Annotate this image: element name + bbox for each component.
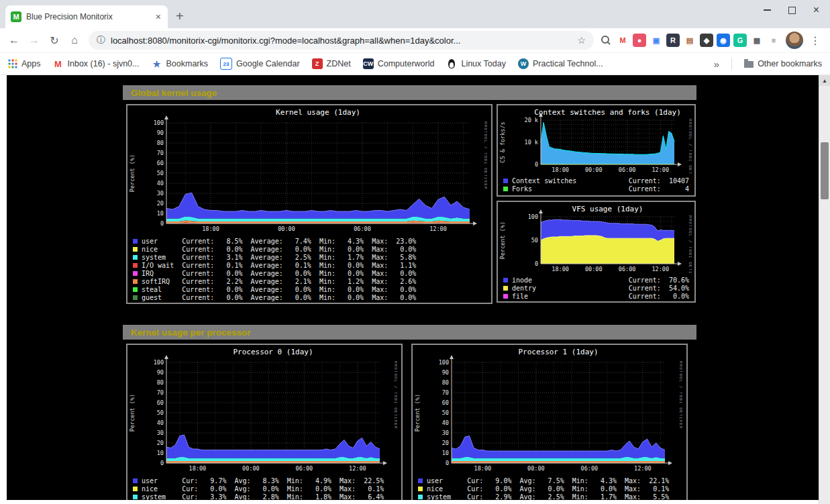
close-icon[interactable]: × xyxy=(813,5,819,15)
svg-text:50: 50 xyxy=(442,409,449,416)
svg-text:100: 100 xyxy=(528,213,538,220)
svg-text:0: 0 xyxy=(446,460,449,466)
svg-text:80: 80 xyxy=(157,379,164,386)
legend-row-inode: inodeCurrent: 70.6% xyxy=(503,276,689,284)
dentry-swatch-icon xyxy=(503,286,508,291)
svg-text:20: 20 xyxy=(157,200,164,207)
svg-text:20: 20 xyxy=(442,440,449,446)
home-icon[interactable]: ⌂ xyxy=(66,34,83,46)
legend-row-guest: guest Current: 0.0% Average: 0.0% Min: 0… xyxy=(133,293,486,301)
legend-text: system Current: 3.1% Average: 2.5% Min: … xyxy=(142,254,416,261)
share-extension-icon[interactable]: ● xyxy=(633,34,646,47)
other-bookmarks[interactable]: Other bookmarks xyxy=(744,59,822,68)
profile-avatar[interactable] xyxy=(786,32,803,49)
tab-close-icon[interactable]: × xyxy=(154,12,162,21)
back-icon[interactable]: ← xyxy=(5,34,23,46)
scrollbar-thumb[interactable] xyxy=(821,142,829,199)
gmail-extension-icon[interactable]: M xyxy=(616,34,629,47)
site-info-icon[interactable]: ⓘ xyxy=(97,34,105,46)
legend-text: Forks xyxy=(512,185,532,193)
maximize-icon[interactable] xyxy=(788,7,796,14)
legend-text: IRQ Current: 0.0% Average: 0.0% Min: 0.0… xyxy=(142,270,416,277)
stack-extension-icon[interactable]: ▤ xyxy=(683,34,696,47)
svg-text:Context switches and forks (1d: Context switches and forks (1day) xyxy=(534,108,681,117)
bookmark-item[interactable]: CWComputerworld xyxy=(363,58,435,69)
chart-legend: Context switchesCurrent: 10407ForksCurre… xyxy=(499,175,693,193)
legend-text: file xyxy=(512,293,528,300)
vfs-usage-chart[interactable]: 18:0000:0006:0012:00050100VFS usage (1da… xyxy=(499,203,693,300)
legend-text: user Cur: 9.7% Avg: 8.3% Min: 4.9% Max: … xyxy=(142,477,384,485)
browser-menu-icon[interactable]: ⋮ xyxy=(806,34,825,47)
bookmarks-overflow-icon[interactable]: » xyxy=(714,58,719,70)
dark-app-extension-icon[interactable]: R xyxy=(666,34,680,47)
processor-1-panel: 18:0000:0006:0012:0001020304050607080901… xyxy=(411,344,688,500)
context-switches-swatch-icon xyxy=(503,179,508,183)
bookmark-star-icon[interactable]: ☆ xyxy=(577,35,586,46)
pages-extension-icon[interactable]: ▣ xyxy=(650,34,663,47)
bookmark-item[interactable]: Linux Today xyxy=(446,59,506,68)
tab-list-extension-icon[interactable]: ≡ xyxy=(767,34,780,47)
search-extension-icon[interactable] xyxy=(599,34,613,47)
legend-text: dentry xyxy=(512,285,536,292)
kernel-usage-chart[interactable]: 18:0000:0006:0012:0001020304050607080901… xyxy=(129,107,490,301)
legend-text: softIRQ Current: 2.2% Average: 2.1% Min:… xyxy=(142,278,416,285)
url-bar[interactable]: ⓘ localhost:8080/monitorix-cgi/monitorix… xyxy=(89,31,594,50)
system-swatch-icon xyxy=(133,495,138,499)
new-tab-button[interactable]: + xyxy=(176,9,184,23)
camera-extension-icon[interactable]: ◉ xyxy=(717,34,730,47)
system-swatch-icon xyxy=(418,495,423,499)
bookmark-item[interactable]: MInbox (16) - sjvn0... xyxy=(53,58,140,69)
svg-text:20 k: 20 k xyxy=(525,117,538,123)
reload-icon[interactable]: ↻ xyxy=(46,34,63,47)
apps-shortcut[interactable]: Apps xyxy=(8,59,41,68)
svg-text:Processor 1 (1day): Processor 1 (1day) xyxy=(518,348,598,356)
svg-text:50: 50 xyxy=(157,409,164,416)
svg-text:10: 10 xyxy=(442,450,449,456)
chart-legend: user Cur: 9.0% Avg: 7.5% Min: 4.3% Max: … xyxy=(414,475,685,500)
apps-label: Apps xyxy=(21,59,41,68)
section-header: Kernel usage per processor xyxy=(123,325,696,340)
section-title: Global kernel usage xyxy=(131,88,217,98)
legend-row-irq: IRQ Current: 0.0% Average: 0.0% Min: 0.0… xyxy=(133,269,486,277)
svg-text:00:00: 00:00 xyxy=(242,465,260,472)
softirq-swatch-icon xyxy=(133,279,138,284)
minimize-icon[interactable] xyxy=(764,9,771,11)
bookmark-label: Bookmarks xyxy=(166,59,209,68)
legend-text: inode xyxy=(512,276,532,284)
processor-1-chart[interactable]: 18:0000:0006:0012:0001020304050607080901… xyxy=(414,346,685,500)
svg-text:50: 50 xyxy=(157,170,164,177)
svg-text:40: 40 xyxy=(157,180,164,187)
bookmark-item[interactable]: ZZDNet xyxy=(312,58,351,69)
extensions-puzzle-icon[interactable]: ▦ xyxy=(750,34,764,47)
grammarly-extension-icon[interactable]: G xyxy=(733,34,747,47)
browser-tab[interactable]: M Blue Precision Monitorix × xyxy=(5,5,168,28)
bookmark-label: Google Calendar xyxy=(236,59,300,68)
legend-row-user: user Cur: 9.0% Avg: 7.5% Min: 4.3% Max: … xyxy=(418,476,681,485)
context-switches-chart[interactable]: 18:0000:0006:0012:00010 k20 kContext swi… xyxy=(499,107,693,193)
forward-icon[interactable]: → xyxy=(25,34,43,46)
page-scrollbar[interactable]: ▲ xyxy=(819,75,830,504)
file-swatch-icon xyxy=(503,294,508,299)
processor-0-chart[interactable]: 18:0000:0006:0012:0001020304050607080901… xyxy=(129,346,400,500)
svg-text:12:00: 12:00 xyxy=(349,465,366,472)
extension-icons: M●▣R▤◆◉G▦≡ xyxy=(599,34,780,47)
url-text[interactable]: localhost:8080/monitorix-cgi/monitorix.c… xyxy=(111,36,572,46)
legend-row-i-o-wait: I/O wait Current: 0.1% Average: 0.1% Min… xyxy=(133,261,486,269)
svg-text:Percent (%): Percent (%) xyxy=(129,154,136,192)
svg-text:Percent (%): Percent (%) xyxy=(414,394,421,432)
bookmark-item[interactable]: ★Bookmarks xyxy=(152,58,209,69)
legend-row-dentry: dentryCurrent: 54.0% xyxy=(503,284,689,292)
svg-text:40: 40 xyxy=(442,419,449,426)
browser-window: M Blue Precision Monitorix × + × ← → ↻ ⌂… xyxy=(0,0,830,504)
svg-text:0: 0 xyxy=(160,460,164,466)
svg-text:RRDTOOL / TOBI OETIKER: RRDTOOL / TOBI OETIKER xyxy=(679,361,682,429)
scroll-up-icon[interactable]: ▲ xyxy=(819,75,830,86)
zdnet-icon: Z xyxy=(312,58,323,69)
svg-text:70: 70 xyxy=(157,389,164,396)
i-o-wait-swatch-icon xyxy=(133,263,138,268)
bookmark-label: Linux Today xyxy=(461,59,506,68)
shield-extension-icon[interactable]: ◆ xyxy=(700,34,713,47)
chart-legend: user Cur: 9.7% Avg: 8.3% Min: 4.9% Max: … xyxy=(129,475,400,500)
bookmark-item[interactable]: WPractical Technol... xyxy=(518,58,603,69)
bookmark-item[interactable]: 23Google Calendar xyxy=(220,58,300,70)
